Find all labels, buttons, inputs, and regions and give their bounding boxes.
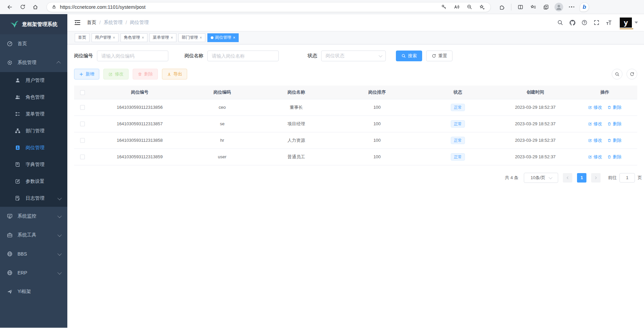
goto-label: 前往 xyxy=(608,175,617,181)
row-edit-link[interactable]: 修改 xyxy=(588,121,602,127)
sidebar-item-post-management[interactable]: 岗位管理 xyxy=(0,139,67,156)
select-all-checkbox[interactable] xyxy=(80,90,85,95)
sidebar-item-menu-management[interactable]: 菜单管理 xyxy=(0,106,67,123)
table-row[interactable]: 1641030593112313856 ceo 董事长 100 正常 2023-… xyxy=(74,99,637,116)
reset-button[interactable]: 重置 xyxy=(426,51,452,61)
sidebar-item-erp[interactable]: ERP xyxy=(0,263,67,282)
show-search-toggle-icon[interactable] xyxy=(612,69,622,79)
home-icon[interactable] xyxy=(30,1,41,13)
row-delete-link[interactable]: 删除 xyxy=(607,121,621,127)
sidebar-item-system-tools[interactable]: 系统工具 xyxy=(0,226,67,244)
browser-toolbar: https://ccnetcore.com:1101/system/post xyxy=(0,0,644,14)
tab-close-icon[interactable]: × xyxy=(142,35,144,40)
bing-copilot-icon[interactable]: b xyxy=(579,1,590,13)
row-checkbox[interactable] xyxy=(80,138,85,143)
globe-icon xyxy=(7,251,13,257)
row-edit-link[interactable]: 修改 xyxy=(588,154,602,160)
page-content: 岗位编号 岗位名称 状态 岗位状态 搜索 重 xyxy=(67,44,644,328)
row-edit-link[interactable]: 修改 xyxy=(588,104,602,110)
edit-button[interactable]: 修改 xyxy=(103,69,129,79)
page-size-select[interactable]: 10条/页 xyxy=(524,173,558,183)
col-post-name: 岗位名称 xyxy=(256,86,337,99)
sidebar-item-dept-management[interactable]: 部门管理 xyxy=(0,123,67,139)
next-page-button[interactable] xyxy=(591,173,601,183)
address-bar[interactable]: https://ccnetcore.com:1101/system/post xyxy=(46,2,491,12)
tab-close-icon[interactable]: × xyxy=(233,35,235,40)
prev-page-button[interactable] xyxy=(563,173,572,183)
app-logo[interactable]: 意框架管理系统 xyxy=(0,14,67,34)
tab-close-icon[interactable]: × xyxy=(113,35,115,40)
add-favorite-star-icon[interactable] xyxy=(477,2,487,12)
extensions-puzzle-icon[interactable] xyxy=(496,1,508,13)
book-icon xyxy=(15,162,21,168)
status-select[interactable]: 岗位状态 xyxy=(321,51,386,61)
sidebar-item-dict-management[interactable]: 字典管理 xyxy=(0,156,67,173)
sidebar-item-yi-framework[interactable]: Yi框架 xyxy=(0,282,67,301)
delete-button[interactable]: 删除 xyxy=(133,69,158,79)
tab-menu-management[interactable]: 菜单管理 × xyxy=(149,33,176,42)
trash-icon xyxy=(607,122,611,126)
tab-close-icon[interactable]: × xyxy=(171,35,173,40)
split-screen-icon[interactable] xyxy=(515,1,526,13)
tab-user-management[interactable]: 用户管理 × xyxy=(92,33,118,42)
row-edit-link[interactable]: 修改 xyxy=(588,137,602,143)
search-button[interactable]: 搜索 xyxy=(396,51,422,61)
export-button[interactable]: 导出 xyxy=(162,69,187,79)
pagination-total: 共 4 条 xyxy=(505,175,518,181)
row-checkbox[interactable] xyxy=(80,155,85,159)
add-button[interactable]: 新增 xyxy=(74,69,99,79)
row-checkbox[interactable] xyxy=(80,105,85,110)
help-icon[interactable] xyxy=(580,18,589,27)
system-management-submenu: 用户管理 角色管理 菜单管理 xyxy=(0,72,67,207)
row-delete-link[interactable]: 删除 xyxy=(607,154,621,160)
sidebar-item-bbs[interactable]: BBS xyxy=(0,244,67,263)
chevron-down-icon xyxy=(58,251,62,256)
refresh-table-icon[interactable] xyxy=(626,69,637,79)
back-icon[interactable] xyxy=(4,1,15,13)
chevron-down-icon xyxy=(549,175,552,179)
table-row[interactable]: 1641030593112313858 hr 人力资源 100 正常 2023-… xyxy=(74,132,637,149)
sidebar-item-home[interactable]: 首页 xyxy=(0,34,67,53)
url-text[interactable]: https://ccnetcore.com:1101/system/post xyxy=(60,4,439,10)
font-size-icon[interactable] xyxy=(604,18,613,27)
sidebar-item-role-management[interactable]: 角色管理 xyxy=(0,89,67,106)
more-menu-icon[interactable] xyxy=(566,1,577,13)
sidebar-item-system-management[interactable]: 系统管理 xyxy=(0,53,67,72)
post-id-input[interactable] xyxy=(97,51,168,61)
tab-actions-icon[interactable] xyxy=(540,1,552,13)
zoom-out-icon[interactable] xyxy=(464,2,474,12)
row-delete-link[interactable]: 删除 xyxy=(607,104,621,110)
github-icon[interactable] xyxy=(568,18,577,27)
refresh-icon[interactable] xyxy=(17,1,28,13)
tab-post-management[interactable]: 岗位管理 × xyxy=(207,33,239,42)
sidebar: 意框架管理系统 首页 系统管理 xyxy=(0,14,67,328)
collections-star-icon[interactable] xyxy=(528,1,539,13)
read-aloud-icon[interactable] xyxy=(451,2,462,12)
edit-icon xyxy=(588,155,592,159)
row-delete-link[interactable]: 删除 xyxy=(607,137,621,143)
sidebar-item-log-management[interactable]: 日志管理 xyxy=(0,190,67,207)
tab-dept-management[interactable]: 部门管理 × xyxy=(178,33,205,42)
chevron-down-icon xyxy=(58,270,62,274)
sidebar-fold-icon[interactable] xyxy=(73,18,82,27)
tab-role-management[interactable]: 角色管理 × xyxy=(121,33,147,42)
post-name-input[interactable] xyxy=(207,51,279,61)
table-row[interactable]: 1641030593112313859 user 普通员工 100 正常 202… xyxy=(74,149,637,165)
page-number-1[interactable]: 1 xyxy=(577,173,586,183)
table-row[interactable]: 1641030593112313857 se 项目经理 100 正常 2023-… xyxy=(74,116,637,132)
header-search-icon[interactable] xyxy=(556,18,565,27)
user-avatar[interactable]: y xyxy=(620,18,638,28)
breadcrumb-home[interactable]: 首页 xyxy=(87,20,96,26)
org-chart-icon xyxy=(15,128,21,134)
tab-close-icon[interactable]: × xyxy=(200,35,202,40)
password-key-icon[interactable] xyxy=(439,2,449,12)
fullscreen-icon[interactable] xyxy=(592,18,601,27)
browser-profile-avatar[interactable] xyxy=(553,1,565,13)
sidebar-item-param-settings[interactable]: 参数设置 xyxy=(0,173,67,190)
sidebar-item-user-management[interactable]: 用户管理 xyxy=(0,72,67,89)
sidebar-item-system-monitor[interactable]: 系统监控 xyxy=(0,207,67,226)
tab-home[interactable]: 首页 xyxy=(75,33,90,42)
goto-page-input[interactable] xyxy=(619,173,635,183)
row-checkbox[interactable] xyxy=(80,122,85,126)
lock-icon xyxy=(52,4,57,9)
